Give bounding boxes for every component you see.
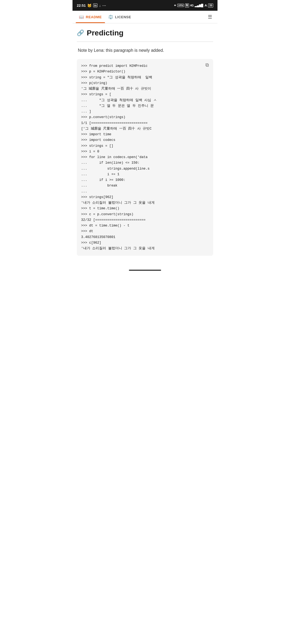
more-icon: ··· <box>103 3 106 8</box>
note-text: Note by Lena: this paragraph is newly ad… <box>77 47 213 54</box>
signal-icon: ▂▄▆█ <box>195 4 203 7</box>
status-bar: 22:51 🐱 in ↓ ··· ✦ VPN 聖 4G ▂▄▆█ ᗑ 39 <box>73 0 218 11</box>
readme-tab-label: README <box>86 15 102 19</box>
battery-badge: 39 <box>208 3 213 8</box>
4g-badge: 4G <box>190 4 194 7</box>
section-heading: 🔗 Predicting <box>77 29 213 37</box>
status-left: 22:51 🐱 in ↓ ··· <box>77 3 106 8</box>
copy-button[interactable]: ⧉ <box>204 62 211 68</box>
download-icon: ↓ <box>99 3 101 8</box>
bottom-indicator <box>73 265 218 273</box>
bottom-bar <box>129 270 161 271</box>
tab-readme[interactable]: 📖 README <box>76 11 105 23</box>
bluetooth-icon: ✦ <box>174 4 176 7</box>
headphone-icon: ᗑ <box>204 4 207 7</box>
section-title: Predicting <box>87 29 124 37</box>
anchor-link-icon: 🔗 <box>77 30 84 36</box>
vpn-badge: VPN <box>177 4 184 7</box>
status-right: ✦ VPN 聖 4G ▂▄▆█ ᗑ 39 <box>174 3 213 8</box>
code-content: >>> from predict import H2HPredic >>> p … <box>81 63 209 251</box>
cat-icon: 🐱 <box>87 3 92 8</box>
tab-bar: 📖 README ⚖️ License ☰ <box>73 11 218 23</box>
code-block: ⧉ >>> from predict import H2HPredic >>> … <box>77 59 213 256</box>
network-badge: 聖 <box>185 3 189 8</box>
time-display: 22:51 <box>77 3 86 8</box>
main-content: 🔗 Predicting Note by Lena: this paragrap… <box>73 23 218 265</box>
heading-divider <box>77 42 213 42</box>
tab-license[interactable]: ⚖️ License <box>105 11 134 23</box>
readme-tab-icon: 📖 <box>79 14 84 19</box>
menu-icon[interactable]: ☰ <box>206 12 214 22</box>
license-tab-icon: ⚖️ <box>108 14 114 19</box>
license-tab-label: License <box>115 15 131 19</box>
linkedin-icon: in <box>93 3 97 7</box>
